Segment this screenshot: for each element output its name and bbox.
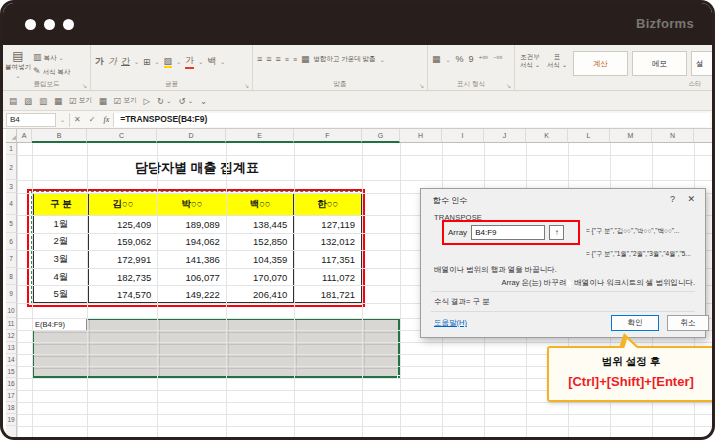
table-cell[interactable]: 174,570	[89, 286, 159, 304]
table-cell[interactable]: 5월	[34, 286, 89, 304]
row-header-1[interactable]: 1	[6, 143, 17, 155]
row-header-9[interactable]: 9	[6, 285, 17, 303]
table-cell[interactable]: 1월	[34, 216, 89, 234]
table-cell[interactable]: 159,062	[89, 234, 159, 252]
gridline-h	[17, 155, 715, 156]
formula-result: 수식 결과= 구 분	[434, 297, 490, 307]
close-icon[interactable]: ✕	[687, 194, 695, 204]
row-header-18[interactable]: 18	[6, 402, 17, 414]
gridline-h	[17, 402, 715, 403]
table-cell[interactable]: 149,222	[158, 286, 227, 304]
table-cell[interactable]: 141,386	[158, 251, 227, 269]
col-header-J[interactable]: J	[484, 129, 526, 143]
col-header-K[interactable]: K	[526, 129, 568, 143]
table-cell[interactable]: 181,721	[294, 286, 361, 304]
col-header-L[interactable]: L	[568, 129, 610, 143]
table-cell[interactable]: 138,445	[227, 216, 295, 234]
table-header-cell[interactable]: 백○○	[227, 194, 295, 216]
row-header-11[interactable]: 11	[6, 318, 17, 330]
row-header-3[interactable]: 3	[6, 180, 17, 193]
sales-table[interactable]: 구 분김○○박○○백○○한○○1월125,409189,089138,44512…	[33, 193, 362, 303]
table-cell[interactable]: 2월	[34, 234, 89, 252]
range-select-icon[interactable]: ↑	[549, 225, 564, 240]
row-header-8[interactable]: 8	[6, 268, 17, 285]
help-link[interactable]: 도움말(H)	[434, 318, 467, 328]
row-header-20[interactable]	[6, 426, 17, 440]
selection-gridline	[34, 332, 398, 333]
col-header-H[interactable]: H	[400, 129, 442, 143]
col-header-A[interactable]: A	[17, 129, 32, 143]
table-header-cell[interactable]: 박○○	[158, 194, 227, 216]
argument-description: Array 은(는) 바꾸려배열이나 워크시트의 셀 범위입니다.	[502, 278, 695, 288]
col-header-G[interactable]: G	[362, 129, 400, 143]
gridline-v	[400, 143, 401, 440]
col-header-N[interactable]: N	[652, 129, 694, 143]
table-cell[interactable]: 170,070	[227, 269, 295, 287]
col-header-I[interactable]: I	[442, 129, 484, 143]
table-cell[interactable]: 132,012	[294, 234, 361, 252]
row-header-7[interactable]: 7	[6, 250, 17, 268]
table-cell[interactable]: 104,359	[227, 251, 295, 269]
table-header-cell[interactable]: 김○○	[89, 194, 159, 216]
col-header-end[interactable]	[694, 129, 715, 143]
table-cell[interactable]: 106,077	[158, 269, 227, 287]
table-cell[interactable]: 117,351	[294, 251, 361, 269]
col-header-F[interactable]: F	[294, 129, 362, 143]
table-cell[interactable]: 172,991	[89, 251, 159, 269]
app-window: Bizforms ▤ 붙여넣기 ⌄ ▥ 복사 ⌄ ✎ 서식 복사 클립보드 ↘ …	[0, 0, 715, 440]
tip-callout: 범위 설정 후 [Ctrl]+[Shift]+[Enter]	[547, 346, 715, 402]
callout-text: 범위 설정 후	[549, 355, 713, 369]
table-row: 4월182,735106,077170,070111,072	[34, 269, 361, 287]
table-cell[interactable]: 152,850	[227, 234, 295, 252]
col-header-D[interactable]: D	[157, 129, 226, 143]
table-cell[interactable]: 194,062	[158, 234, 227, 252]
table-cell[interactable]: 189,089	[158, 216, 227, 234]
row-header-19[interactable]: 19	[6, 414, 17, 426]
col-header-E[interactable]: E	[226, 129, 294, 143]
array-arg-input[interactable]	[471, 225, 545, 240]
row-header-14[interactable]: 14	[6, 354, 17, 366]
row-header-4[interactable]: 4	[6, 193, 17, 215]
col-header-M[interactable]: M	[610, 129, 652, 143]
row-header-15[interactable]: 15	[6, 366, 17, 378]
argument-preview: = {"구 분","김○○","박○○","백○○"...	[586, 227, 706, 236]
gridline-h	[17, 414, 715, 415]
table-cell[interactable]: 3월	[34, 251, 89, 269]
table-cell[interactable]: 127,119	[294, 216, 361, 234]
row-header-6[interactable]: 6	[6, 233, 17, 250]
help-icon[interactable]: ?	[670, 194, 675, 204]
callout-shortcut-text: [Ctrl]+[Shift]+[Enter]	[549, 374, 713, 389]
row-header-5[interactable]: 5	[6, 215, 17, 233]
table-header-cell[interactable]: 구 분	[34, 194, 89, 216]
ok-button[interactable]: 확인	[611, 315, 659, 331]
cancel-button[interactable]: 취소	[667, 315, 709, 331]
row-header-12[interactable]: 12	[6, 330, 17, 342]
gridline-v	[294, 143, 295, 440]
row-header-13[interactable]: 13	[6, 342, 17, 354]
row-header-2[interactable]: 2	[6, 155, 17, 180]
gridline-v	[32, 143, 33, 440]
col-header-B[interactable]: B	[32, 129, 87, 143]
sheet-title: 담당자별 매출 집계표	[32, 155, 362, 180]
row-header-17[interactable]: 17	[6, 390, 17, 402]
col-header-C[interactable]: C	[87, 129, 157, 143]
table-header-cell[interactable]: 한○○	[294, 194, 361, 216]
select-all-corner[interactable]: ◢	[6, 129, 17, 143]
table-cell[interactable]: 111,072	[294, 269, 361, 287]
table-cell[interactable]: 4월	[34, 269, 89, 287]
row-header-16[interactable]: 16	[6, 378, 17, 390]
table-cell[interactable]: 182,735	[89, 269, 159, 287]
divider	[431, 311, 695, 312]
function-description: 배열이나 범위의 행과 열을 바꿉니다.	[434, 265, 557, 275]
selection-gridline	[34, 344, 398, 345]
table-row: 1월125,409189,089138,445127,119	[34, 216, 361, 234]
table-row: 2월159,062194,062152,850132,012	[34, 234, 361, 252]
table-cell[interactable]: 125,409	[89, 216, 159, 234]
table-header-row: 구 분김○○박○○백○○한○○	[34, 194, 361, 216]
gridline-h	[17, 426, 715, 427]
row-header-10[interactable]: 10	[6, 303, 17, 318]
function-arguments-dialog: 함수 인수 ? ✕ TRANSPOSE Array ↑ = {"구 분","김○…	[420, 188, 706, 338]
gridline-v	[17, 143, 18, 440]
gridline-v	[226, 143, 227, 440]
table-cell[interactable]: 206,410	[227, 286, 295, 304]
